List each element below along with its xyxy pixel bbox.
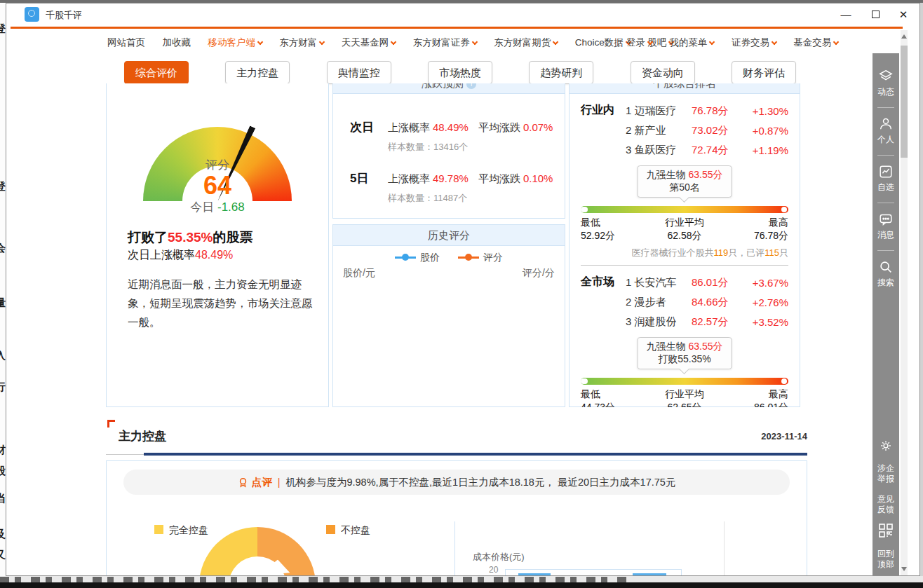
legend-square-icon xyxy=(326,525,335,534)
cost-axis-tick: 20 xyxy=(489,565,498,575)
desktop-glyph-fragment: 当 xyxy=(0,492,6,505)
screen: 登登会量入行材股当及又 千股千评 — ✕ 网站首页 加收藏 移动客户端 东方财富… xyxy=(0,0,923,588)
sidebar-item-personal[interactable]: 个人 xyxy=(877,116,894,145)
ranking-row[interactable]: 1 长安汽车86.01分+3.67% xyxy=(626,273,788,292)
tab-finance[interactable]: 财务评估 xyxy=(732,61,796,84)
gear-icon xyxy=(878,438,894,453)
chart-icon xyxy=(878,164,894,179)
scroll-up-arrow-icon[interactable] xyxy=(901,34,907,39)
minimize-button[interactable]: — xyxy=(835,8,856,22)
section-category: 全市场 xyxy=(581,273,626,331)
stock-position-tooltip-wrap: 九强生物 63.55分 打败55.35% xyxy=(581,337,788,375)
desktop-glyph-fragment: 登 xyxy=(0,180,6,193)
sidebar-item-settings[interactable] xyxy=(878,438,894,453)
cost-chart-bar xyxy=(518,573,551,576)
nav-item-eastmoney[interactable]: 东方财富 xyxy=(279,36,324,49)
sidebar-item-messages[interactable]: 消息 xyxy=(877,212,894,240)
user-icon xyxy=(878,116,894,132)
nav-item-favorite[interactable]: 加收藏 xyxy=(162,36,191,49)
close-button[interactable]: ✕ xyxy=(893,8,914,22)
comment-text: 机构参与度为9.98%,属于不控盘,最近1日主力成本18.18元， 最近20日主… xyxy=(285,476,675,489)
right-sidebar: 动态 个人 自选 消息 搜索 xyxy=(873,53,899,576)
chevron-down-icon xyxy=(553,39,558,44)
title-bar[interactable]: 千股千评 — ✕ xyxy=(6,4,919,25)
maximize-button[interactable] xyxy=(865,8,886,22)
tab-composite-rating[interactable]: 综合评价 xyxy=(124,61,189,84)
industry-ranking-section: 行业内 1 迈瑞医疗76.78分+1.30% 2 新产业73.02分+0.87%… xyxy=(570,94,800,266)
ranking-row[interactable]: 2 漫步者84.66分+2.76% xyxy=(626,292,788,312)
section-category: 行业内 xyxy=(581,101,626,160)
legend-price: 股价 xyxy=(395,252,440,264)
desktop-right-strip xyxy=(920,3,923,576)
nav-item-futures[interactable]: 东方财富期货 xyxy=(494,36,558,49)
message-icon xyxy=(878,212,894,227)
ranking-row[interactable]: 1 迈瑞医疗76.78分+1.30% xyxy=(626,101,788,121)
ranking-row[interactable]: 2 新产业73.02分+0.87% xyxy=(626,121,788,140)
divider xyxy=(877,155,894,156)
scroll-down-arrow-icon[interactable] xyxy=(901,567,907,571)
nav-item-home[interactable]: 网站首页 xyxy=(107,36,145,49)
nav-item-fund[interactable]: 天天基金网 xyxy=(342,36,396,49)
chevron-down-icon xyxy=(472,39,478,44)
period-label: 次日 xyxy=(350,119,388,135)
app-icon xyxy=(25,7,39,22)
legend-full-control: 完全控盘 xyxy=(154,524,208,537)
nav-item-stock-trade[interactable]: 证券交易 xyxy=(732,36,776,49)
chevron-down-icon xyxy=(391,39,396,44)
tab-capital-flow[interactable]: 资金动向 xyxy=(631,61,695,84)
divider xyxy=(877,107,894,108)
nav-item-mobile-client[interactable]: 移动客户端 xyxy=(208,36,262,49)
desktop-glyph-fragment: 材 xyxy=(0,444,6,457)
prediction-row: 5日 上涨概率 49.78% 平均涨跌 0.10% xyxy=(350,170,565,186)
nav-item-fund-trade[interactable]: 基金交易 xyxy=(793,36,838,49)
info-icon[interactable]: i xyxy=(466,83,476,89)
beat-percent-line: 打败了55.35%的股票 xyxy=(128,228,252,247)
sidebar-item-back-to-top[interactable]: 回到顶部 xyxy=(877,546,894,570)
ranking-row[interactable]: 3 鱼跃医疗72.74分+1.19% xyxy=(626,140,788,160)
period-label: 5日 xyxy=(350,170,388,186)
cost-chart-bar xyxy=(633,573,666,576)
nav-item-securities[interactable]: 东方财富证券 xyxy=(413,36,477,49)
nav-item-choice-data[interactable]: Choice数据 xyxy=(575,36,631,49)
chevron-down-icon xyxy=(709,39,715,44)
nav-left-group: 网站首页 加收藏 移动客户端 东方财富 天天基金网 东方财富证券 东方财富期货 … xyxy=(107,36,687,49)
desktop-glyph-fragment: 入 xyxy=(0,349,6,362)
desktop-glyph-fragment: 股 xyxy=(0,465,6,478)
scrollbar-thumb[interactable] xyxy=(901,46,908,158)
desktop-glyph-fragment: 及 xyxy=(0,528,6,541)
window-title: 千股千评 xyxy=(46,9,82,22)
desktop-glyph-fragment: 登 xyxy=(0,22,6,36)
medal-icon xyxy=(238,477,248,488)
vertical-scrollbar[interactable] xyxy=(901,30,908,576)
nav-item-login[interactable]: 登录 xyxy=(626,36,652,49)
section-date: 2023-11-14 xyxy=(761,431,807,442)
tab-sentiment[interactable]: 舆情监控 xyxy=(327,61,391,84)
sidebar-item-report[interactable]: 涉企举报 xyxy=(877,460,894,484)
rating-panels-row: 评分 64 今日 -1.68 打败了55.35%的股票 次日上涨概率48.49%… xyxy=(106,83,802,407)
main-force-section-header: 主力控盘 2023-11-14 xyxy=(106,418,807,455)
layers-icon xyxy=(878,69,894,84)
sidebar-item-dynamic[interactable]: 动态 xyxy=(877,69,894,97)
tab-main-force[interactable]: 主力控盘 xyxy=(225,61,290,84)
legend-no-control: 不控盘 xyxy=(326,524,370,537)
nav-item-my-menu[interactable]: 我的菜单 xyxy=(669,36,714,49)
sidebar-item-watchlist[interactable]: 自选 xyxy=(877,164,894,193)
tab-trend[interactable]: 趋势研判 xyxy=(529,61,593,84)
nextday-prob-line: 次日上涨概率48.49% xyxy=(128,248,233,263)
history-chart-svg xyxy=(333,280,565,400)
tab-market-heat[interactable]: 市场热度 xyxy=(428,61,492,84)
maximize-icon xyxy=(872,11,880,18)
app-window: 千股千评 — ✕ 网站首页 加收藏 移动客户端 东方财富 天天基金网 东方财富证… xyxy=(6,3,920,576)
score-bar-avg-dot xyxy=(581,207,586,212)
right-axis-title: 评分/分 xyxy=(523,267,555,280)
sidebar-item-feedback[interactable]: 意见反馈 xyxy=(877,491,894,515)
sample-size: 样本数量：11487个 xyxy=(388,192,565,205)
ranking-row[interactable]: 3 润建股份82.57分+3.52% xyxy=(626,312,788,331)
sidebar-item-qrcode[interactable] xyxy=(877,522,894,539)
main-force-panel: 点评 | 机构参与度为9.98%,属于不控盘,最近1日主力成本18.18元， 最… xyxy=(106,460,807,576)
industry-count-note: 医疗器械行业个股共119只，已评115只 xyxy=(581,247,788,259)
score-gauge-panel: 评分 64 今日 -1.68 打败了55.35%的股票 次日上涨概率48.49%… xyxy=(106,83,329,407)
cost-axis-label: 成本价格(元) xyxy=(473,551,525,563)
sidebar-item-search[interactable]: 搜索 xyxy=(877,259,894,288)
chart-legend: 股价 评分 xyxy=(333,252,565,264)
